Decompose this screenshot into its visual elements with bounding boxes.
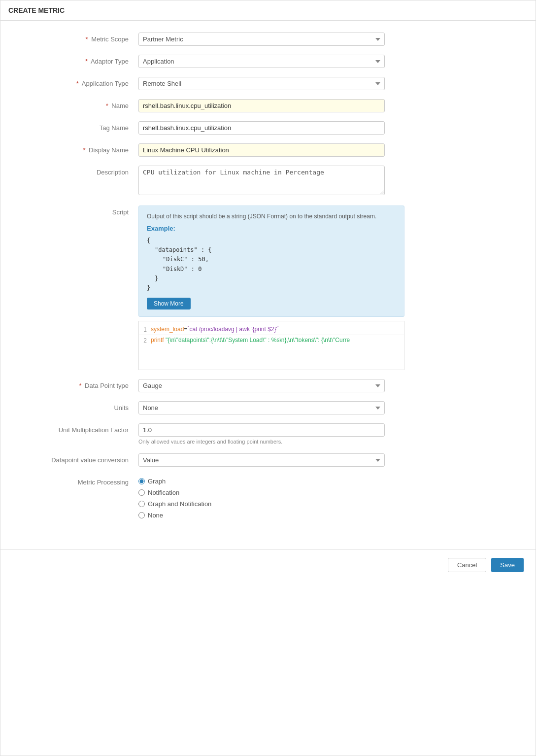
adaptor-type-row: * Adaptor Type Application SNMP WMI — [20, 55, 516, 68]
display-name-input[interactable] — [138, 143, 385, 157]
radio-graph[interactable] — [138, 478, 145, 484]
datapoint-conversion-row: Datapoint value conversion Value Delta R… — [20, 453, 516, 467]
code-line-5: } — [155, 274, 396, 283]
show-more-button[interactable]: Show More — [147, 298, 191, 309]
script-code-block: { "datapoints" : { "DiskC" : 50, "DiskD"… — [147, 236, 396, 293]
name-input[interactable] — [138, 99, 385, 112]
unit-multiplication-wrapper: Only allowed vaues are integers and floa… — [138, 423, 385, 445]
radio-graph-label: Graph — [148, 478, 166, 485]
script-label: Script — [20, 206, 138, 216]
datapoint-conversion-label: Datapoint value conversion — [20, 453, 138, 464]
units-wrapper: None Percent Bytes — [138, 401, 385, 414]
line-code-1: system_load=`cat /proc/loadavg | awk '{p… — [151, 326, 279, 333]
metric-scope-row: * Metric Scope Partner Metric Global Met… — [20, 33, 516, 46]
adaptor-type-wrapper: Application SNMP WMI — [138, 55, 385, 68]
form-container: * Metric Scope Partner Metric Global Met… — [0, 21, 536, 540]
radio-notification[interactable] — [138, 489, 145, 496]
script-editor-line-2: 2 printf "{\n\"datapoints\":{\n\t\t\"Sys… — [139, 335, 404, 345]
code-line-3: "DiskC" : 50, — [163, 255, 396, 264]
description-textarea[interactable]: CPU utilization for Linux machine in Per… — [138, 166, 385, 195]
unit-multiplication-row: Unit Multiplication Factor Only allowed … — [20, 423, 516, 445]
tag-name-wrapper — [138, 121, 385, 135]
script-row: Script Output of this script should be a… — [20, 206, 516, 370]
adaptor-type-label: * Adaptor Type — [20, 55, 138, 65]
display-name-row: * Display Name — [20, 143, 516, 157]
tag-name-row: Tag Name — [20, 121, 516, 135]
name-label: * Name — [20, 99, 138, 109]
line-code-2: printf "{\n\"datapoints\":{\n\t\t\"Syste… — [151, 337, 350, 344]
page-title: CREATE METRIC — [8, 6, 65, 14]
radio-item-none[interactable]: None — [138, 512, 385, 519]
description-label: Description — [20, 166, 138, 176]
metric-processing-wrapper: Graph Notification Graph and Notificatio… — [138, 476, 385, 519]
required-marker: * — [79, 382, 81, 389]
script-editor[interactable]: 1 system_load=`cat /proc/loadavg | awk '… — [138, 321, 404, 370]
unit-multiplication-hint: Only allowed vaues are integers and floa… — [138, 439, 385, 445]
application-type-wrapper: Remote Shell HTTP TCP — [138, 77, 385, 90]
required-marker: * — [85, 35, 88, 43]
required-marker: * — [76, 80, 79, 87]
display-name-wrapper — [138, 143, 385, 157]
radio-notification-label: Notification — [148, 489, 179, 496]
required-marker: * — [106, 102, 108, 109]
script-editor-line-1: 1 system_load=`cat /proc/loadavg | awk '… — [139, 324, 404, 335]
datapoint-conversion-wrapper: Value Delta Rate — [138, 453, 385, 467]
script-example-label: Example: — [147, 225, 396, 232]
data-point-type-label: * Data Point type — [20, 379, 138, 389]
page-container: CREATE METRIC * Metric Scope Partner Met… — [0, 0, 536, 756]
radio-item-graph-and-notification[interactable]: Graph and Notification — [138, 500, 385, 508]
metric-processing-label: Metric Processing — [20, 476, 138, 486]
application-type-label: * Application Type — [20, 77, 138, 87]
tag-name-input[interactable] — [138, 121, 385, 135]
name-wrapper — [138, 99, 385, 112]
metric-processing-radio-group: Graph Notification Graph and Notificatio… — [138, 476, 385, 519]
data-point-type-row: * Data Point type Gauge Counter Derive — [20, 379, 516, 392]
script-wrapper: Output of this script should be a string… — [138, 206, 404, 370]
unit-multiplication-label: Unit Multiplication Factor — [20, 423, 138, 434]
name-row: * Name — [20, 99, 516, 112]
unit-multiplication-input[interactable] — [138, 423, 385, 437]
required-marker: * — [83, 146, 85, 154]
tag-name-label: Tag Name — [20, 121, 138, 132]
display-name-label: * Display Name — [20, 143, 138, 154]
script-info-text: Output of this script should be a string… — [147, 213, 396, 220]
description-wrapper: CPU utilization for Linux machine in Per… — [138, 166, 385, 197]
footer-actions: Cancel Save — [0, 550, 536, 580]
radio-none-label: None — [148, 512, 163, 519]
required-marker: * — [85, 58, 88, 65]
save-button[interactable]: Save — [491, 558, 524, 572]
metric-scope-wrapper: Partner Metric Global Metric — [138, 33, 385, 46]
metric-scope-label: * Metric Scope — [20, 33, 138, 43]
code-line-1: { — [147, 236, 396, 245]
adaptor-type-select[interactable]: Application SNMP WMI — [138, 55, 385, 68]
line-number-2: 2 — [139, 337, 151, 344]
units-label: Units — [20, 401, 138, 412]
radio-graph-and-notification-label: Graph and Notification — [148, 500, 211, 508]
script-info-box: Output of this script should be a string… — [138, 206, 404, 317]
description-row: Description CPU utilization for Linux ma… — [20, 166, 516, 197]
data-point-type-select[interactable]: Gauge Counter Derive — [138, 379, 385, 392]
datapoint-conversion-select[interactable]: Value Delta Rate — [138, 453, 385, 467]
application-type-row: * Application Type Remote Shell HTTP TCP — [20, 77, 516, 90]
cancel-button[interactable]: Cancel — [448, 558, 486, 572]
units-row: Units None Percent Bytes — [20, 401, 516, 414]
code-line-6: } — [147, 283, 396, 293]
metric-scope-select[interactable]: Partner Metric Global Metric — [138, 33, 385, 46]
code-line-2: "datapoints" : { — [155, 245, 396, 255]
metric-processing-row: Metric Processing Graph Notification Gra… — [20, 476, 516, 519]
application-type-select[interactable]: Remote Shell HTTP TCP — [138, 77, 385, 90]
code-line-4: "DiskD" : 0 — [163, 265, 396, 274]
radio-none[interactable] — [138, 512, 145, 518]
units-select[interactable]: None Percent Bytes — [138, 401, 385, 414]
data-point-type-wrapper: Gauge Counter Derive — [138, 379, 385, 392]
page-header: CREATE METRIC — [0, 0, 536, 21]
line-number-1: 1 — [139, 326, 151, 333]
radio-item-notification[interactable]: Notification — [138, 489, 385, 496]
radio-graph-and-notification[interactable] — [138, 501, 145, 507]
radio-item-graph[interactable]: Graph — [138, 478, 385, 485]
